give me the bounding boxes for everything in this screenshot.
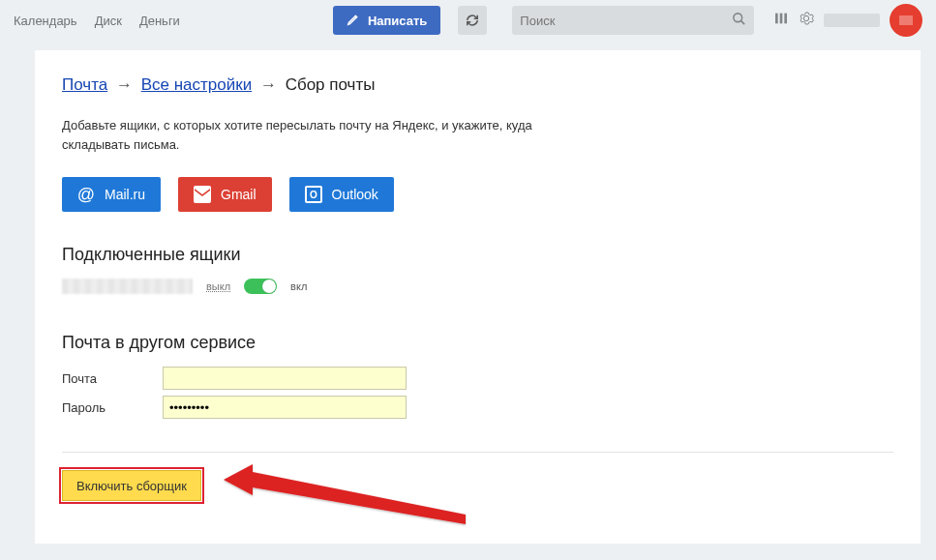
search-icon[interactable] bbox=[732, 12, 746, 29]
topbar: Календарь Диск Деньги Написать bbox=[0, 0, 936, 41]
compose-button[interactable]: Написать bbox=[333, 6, 440, 35]
breadcrumb-sep: → bbox=[260, 75, 277, 94]
search-box[interactable] bbox=[512, 6, 754, 35]
provider-label: Mail.ru bbox=[105, 187, 145, 202]
provider-outlook-button[interactable]: O Outlook bbox=[289, 177, 394, 212]
svg-marker-6 bbox=[224, 464, 466, 524]
enable-collector-button[interactable]: Включить сборщик bbox=[62, 470, 201, 501]
annotation-arrow-icon bbox=[224, 451, 475, 528]
nav-calendar[interactable]: Календарь bbox=[14, 14, 77, 28]
compose-label: Написать bbox=[368, 14, 427, 28]
topbar-right bbox=[773, 4, 922, 37]
email-row: Почта bbox=[62, 367, 893, 390]
compose-icon bbox=[347, 13, 360, 29]
other-service-heading: Почта в другом сервисе bbox=[62, 333, 893, 353]
breadcrumb: Почта → Все настройки → Сбор почты bbox=[62, 75, 893, 95]
mailbox-toggle[interactable] bbox=[244, 279, 277, 294]
svg-rect-1 bbox=[775, 14, 778, 24]
svg-point-0 bbox=[734, 14, 742, 22]
provider-mailru-button[interactable]: @ Mail.ru bbox=[62, 177, 161, 212]
provider-label: Outlook bbox=[332, 187, 378, 202]
gmail-icon bbox=[194, 186, 211, 203]
settings-card: Почта → Все настройки → Сбор почты Добав… bbox=[35, 50, 921, 544]
provider-buttons: @ Mail.ru Gmail O Outlook bbox=[62, 177, 893, 212]
toggle-on-label: вкл bbox=[290, 280, 307, 292]
provider-label: Gmail bbox=[221, 187, 257, 202]
connected-heading: Подключенные ящики bbox=[62, 245, 893, 265]
breadcrumb-sep: → bbox=[116, 75, 133, 94]
breadcrumb-current: Сбор почты bbox=[286, 75, 376, 94]
toggle-off-label[interactable]: выкл bbox=[206, 280, 230, 292]
refresh-icon bbox=[466, 14, 479, 27]
page-description: Добавьте ящики, с которых хотите пересыл… bbox=[62, 116, 565, 154]
mailru-icon: @ bbox=[77, 186, 95, 203]
topbar-links: Календарь Диск Деньги bbox=[14, 14, 180, 28]
divider bbox=[62, 452, 893, 453]
search-input[interactable] bbox=[520, 14, 732, 28]
avatar-icon bbox=[899, 15, 913, 25]
breadcrumb-settings[interactable]: Все настройки bbox=[141, 75, 252, 94]
connected-email-redacted bbox=[62, 279, 193, 294]
username-placeholder[interactable] bbox=[824, 14, 880, 27]
svg-rect-2 bbox=[780, 14, 783, 24]
email-input[interactable] bbox=[163, 367, 407, 390]
password-label: Пароль bbox=[62, 400, 163, 415]
breadcrumb-mail[interactable]: Почта bbox=[62, 75, 107, 94]
email-label: Почта bbox=[62, 371, 163, 386]
password-input[interactable] bbox=[163, 396, 407, 419]
outlook-icon: O bbox=[305, 186, 322, 203]
nav-disk[interactable]: Диск bbox=[95, 14, 122, 28]
toggle-knob bbox=[262, 280, 276, 293]
svg-rect-3 bbox=[784, 14, 787, 24]
columns-icon[interactable] bbox=[773, 11, 789, 30]
gear-icon[interactable] bbox=[799, 11, 814, 30]
provider-gmail-button[interactable]: Gmail bbox=[178, 177, 272, 212]
password-row: Пароль bbox=[62, 396, 893, 419]
connected-mailbox-row: выкл вкл bbox=[62, 279, 893, 294]
svg-text:O: O bbox=[310, 190, 317, 200]
refresh-button[interactable] bbox=[458, 6, 487, 35]
nav-money[interactable]: Деньги bbox=[139, 14, 180, 28]
avatar[interactable] bbox=[890, 4, 922, 37]
